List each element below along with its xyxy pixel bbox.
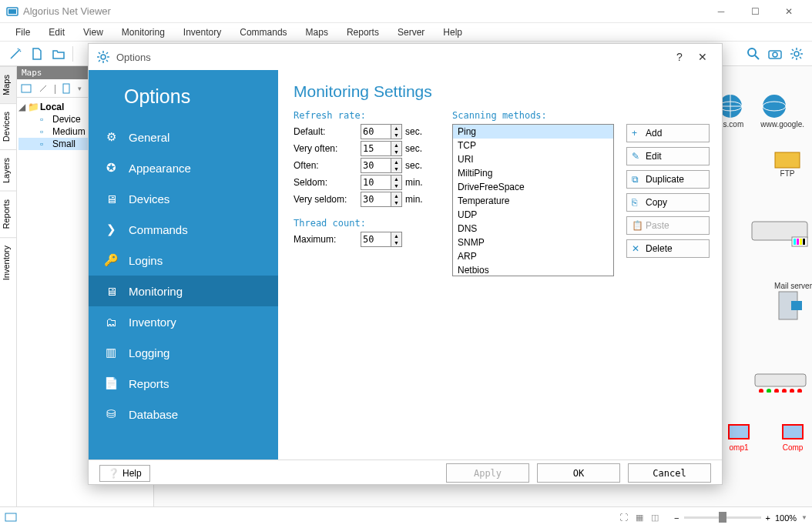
dropdown-icon[interactable]: ▾	[78, 85, 82, 92]
fit-icon[interactable]: ⛶	[619, 513, 628, 523]
new-map-icon[interactable]	[61, 82, 73, 95]
gear-icon[interactable]	[786, 43, 807, 65]
zoom-in-button[interactable]: +	[766, 513, 770, 523]
spin-up-icon[interactable]: ▲	[391, 232, 401, 239]
search-icon[interactable]	[743, 43, 764, 65]
menu-view[interactable]: View	[74, 25, 112, 39]
edit-button[interactable]: ✎Edit	[626, 147, 710, 165]
side-tab-reports[interactable]: Reports	[0, 191, 16, 237]
default-spinner[interactable]: ▲▼	[361, 124, 402, 139]
page-icon: ▫	[40, 139, 51, 149]
ok-button[interactable]: OK	[537, 463, 620, 483]
list-item[interactable]: DriveFreeSpace	[453, 180, 613, 194]
paste-button[interactable]: 📋Paste	[626, 216, 710, 235]
spinner-input[interactable]	[361, 125, 391, 139]
list-item[interactable]: DNS	[453, 222, 613, 236]
list-item[interactable]: SNMP	[453, 236, 613, 249]
sidebar-item-logins[interactable]: 🔑Logins	[89, 245, 278, 276]
spin-up-icon[interactable]: ▲	[391, 175, 401, 182]
list-item[interactable]: UDP	[453, 208, 613, 222]
spinner-input[interactable]	[361, 142, 391, 155]
spin-down-icon[interactable]: ▼	[391, 149, 401, 155]
list-item[interactable]: Ping	[453, 125, 613, 139]
list-item[interactable]: MiltiPing	[453, 166, 613, 180]
wand-icon[interactable]	[5, 43, 26, 65]
spinner-input[interactable]	[361, 175, 391, 189]
field-label: Seldom:	[294, 177, 361, 188]
menu-reports[interactable]: Reports	[337, 25, 388, 39]
menu-edit[interactable]: Edit	[39, 25, 74, 39]
help-button[interactable]: ❔Help	[99, 465, 150, 482]
menu-commands[interactable]: Commands	[230, 25, 296, 39]
menu-file[interactable]: File	[6, 25, 39, 39]
spin-down-icon[interactable]: ▼	[391, 132, 401, 139]
add-button[interactable]: +Add	[626, 124, 710, 142]
list-item[interactable]: URI	[453, 152, 613, 166]
collapse-icon[interactable]: ◢	[18, 102, 28, 112]
spinner-input[interactable]	[361, 192, 391, 206]
zoom-dropdown-icon[interactable]: ▼	[801, 514, 807, 521]
map-icon[interactable]	[20, 82, 32, 95]
sidebar-item-logging[interactable]: ▥Logging	[89, 337, 278, 368]
zoom-slider[interactable]	[684, 516, 761, 519]
grid-icon[interactable]: ▦	[636, 513, 643, 523]
gear-icon	[96, 50, 110, 64]
spin-up-icon[interactable]: ▲	[391, 192, 401, 199]
spin-up-icon[interactable]: ▲	[391, 142, 401, 149]
camera-icon[interactable]	[764, 43, 786, 65]
minimize-button[interactable]: ─	[704, 0, 738, 23]
dialog-close-button[interactable]: ✕	[691, 51, 714, 63]
sidebar-item-general[interactable]: ⚙General	[89, 122, 278, 152]
seldom-spinner[interactable]: ▲▼	[361, 175, 402, 190]
sidebar-item-monitoring[interactable]: 🖥Monitoring	[89, 276, 278, 306]
list-item[interactable]: TCP	[453, 139, 613, 152]
sidebar-item-reports[interactable]: 📄Reports	[89, 368, 278, 399]
zoom-out-button[interactable]: −	[674, 513, 679, 523]
delete-button[interactable]: ✕Delete	[626, 239, 710, 258]
cancel-button[interactable]: Cancel	[628, 463, 711, 483]
close-button[interactable]: ✕	[772, 0, 806, 23]
spin-down-icon[interactable]: ▼	[391, 165, 401, 172]
menu-maps[interactable]: Maps	[297, 25, 337, 39]
sidebar-item-appearance[interactable]: ✪Appearance	[89, 152, 278, 183]
list-item[interactable]: ARP	[453, 249, 613, 263]
dialog-help-button[interactable]: ?	[668, 51, 691, 63]
paste-icon: 📋	[632, 220, 643, 231]
spinner-input[interactable]	[361, 159, 391, 172]
sidebar-item-inventory[interactable]: 🗂Inventory	[89, 306, 278, 337]
side-tab-layers[interactable]: Layers	[0, 149, 16, 191]
sidebar-title: Options	[89, 75, 278, 122]
sidebar-item-commands[interactable]: ❯Commands	[89, 214, 278, 245]
new-file-icon[interactable]	[26, 43, 48, 65]
duplicate-button[interactable]: ⧉Duplicate	[626, 170, 710, 189]
layout-icon[interactable]: ◫	[651, 513, 659, 523]
menu-monitoring[interactable]: Monitoring	[112, 25, 174, 39]
menu-server[interactable]: Server	[388, 25, 434, 39]
spin-up-icon[interactable]: ▲	[391, 159, 401, 165]
spin-down-icon[interactable]: ▼	[391, 182, 401, 189]
open-folder-icon[interactable]	[48, 43, 69, 65]
server-icon: Mail server	[774, 282, 812, 321]
apply-button[interactable]: Apply	[446, 463, 529, 483]
copy-button[interactable]: ⎘Copy	[626, 193, 710, 212]
very-often-spinner[interactable]: ▲▼	[361, 141, 402, 156]
scanning-methods-list[interactable]: Ping TCP URI MiltiPing DriveFreeSpace Te…	[452, 124, 614, 276]
spin-down-icon[interactable]: ▼	[391, 239, 401, 246]
spin-up-icon[interactable]: ▲	[391, 125, 401, 132]
spinner-input[interactable]	[361, 232, 391, 246]
list-item[interactable]: Temperature	[453, 194, 613, 208]
side-tab-maps[interactable]: Maps	[0, 66, 16, 103]
menu-inventory[interactable]: Inventory	[174, 25, 230, 39]
very-seldom-spinner[interactable]: ▲▼	[361, 192, 402, 207]
sidebar-item-devices[interactable]: 🖥Devices	[89, 183, 278, 214]
side-tab-devices[interactable]: Devices	[0, 103, 16, 149]
sidebar-item-database[interactable]: ⛁Database	[89, 399, 278, 429]
often-spinner[interactable]: ▲▼	[361, 158, 402, 173]
maximum-spinner[interactable]: ▲▼	[361, 232, 402, 247]
link-icon[interactable]	[37, 82, 49, 95]
list-item[interactable]: Netbios	[453, 263, 613, 276]
menu-help[interactable]: Help	[434, 25, 471, 39]
maximize-button[interactable]: ☐	[738, 0, 772, 23]
side-tab-inventory[interactable]: Inventory	[0, 237, 16, 288]
spin-down-icon[interactable]: ▼	[391, 199, 401, 206]
